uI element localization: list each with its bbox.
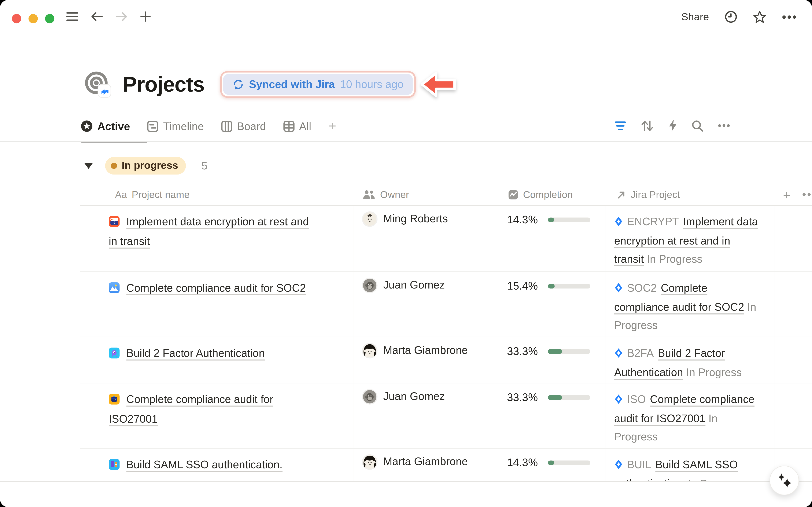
project-icon-alien <box>109 345 120 363</box>
owner-cell[interactable]: Juan Gomez <box>354 383 499 448</box>
project-name-link[interactable]: Build 2 Factor Authentication <box>126 347 265 359</box>
column-header-owner[interactable]: Owner <box>354 189 499 201</box>
jira-cell[interactable]: ISO Complete compliance audit for ISO270… <box>605 383 774 448</box>
jira-issue-status: In Progress <box>688 477 744 481</box>
table-icon <box>283 120 295 132</box>
table-row: Complete compliance audit for SOC2 Juan … <box>80 272 812 337</box>
jira-issue-key: BUIL <box>627 458 651 470</box>
project-name-link[interactable]: Complete compliance audit for ISO27001 <box>109 393 273 425</box>
share-button[interactable]: Share <box>681 11 709 22</box>
jira-cell[interactable]: SOC2 Complete compliance audit for SOC2 … <box>605 272 774 337</box>
table-header-row: Aa Project name Owner Completion Jira P <box>80 184 812 206</box>
project-icon-mountains <box>109 280 120 298</box>
synced-with-jira-button[interactable]: Synced with Jira 10 hours ago <box>223 74 413 95</box>
sync-status-label: Synced with Jira <box>249 78 335 91</box>
page-icon-target-jira[interactable] <box>84 71 111 98</box>
owner-name: Juan Gomez <box>383 390 445 403</box>
timeline-icon <box>147 120 159 132</box>
completion-percent: 14.3% <box>507 213 548 226</box>
completion-bar <box>548 460 590 465</box>
minimize-window-button[interactable] <box>28 14 38 23</box>
completion-percent: 33.3% <box>507 391 548 404</box>
tab-board[interactable]: Board <box>221 120 266 132</box>
text-property-icon: Aa <box>115 189 127 201</box>
jira-cell[interactable]: B2FA Build 2 Factor Authentication In Pr… <box>605 337 774 383</box>
more-options-icon[interactable] <box>782 15 797 19</box>
zoom-window-button[interactable] <box>45 14 54 23</box>
completion-cell[interactable]: 33.3% <box>499 383 605 404</box>
project-name-link[interactable]: Implement data encryption at rest and in… <box>109 216 309 247</box>
project-icon-wallet <box>109 392 120 410</box>
tab-active[interactable]: Active <box>81 120 130 132</box>
view-options-icon[interactable] <box>718 124 730 127</box>
column-header-project-name[interactable]: Aa Project name <box>80 189 354 201</box>
close-window-button[interactable] <box>12 14 21 23</box>
column-header-jira-project[interactable]: Jira Project <box>605 189 774 201</box>
completion-cell[interactable]: 15.4% <box>499 272 605 292</box>
jira-issue-key: B2FA <box>627 347 654 359</box>
owner-cell[interactable]: Marta Giambrone <box>354 449 499 481</box>
collapse-group-toggle[interactable] <box>84 163 92 169</box>
owner-cell[interactable]: Marta Giambrone <box>354 337 499 383</box>
external-arrow-icon <box>616 190 626 200</box>
empty-cell <box>775 337 812 383</box>
tab-label: Timeline <box>163 120 204 132</box>
jira-cell[interactable]: ENCRYPT Implement data encryption at res… <box>605 206 774 271</box>
ai-assistant-button[interactable] <box>769 466 799 495</box>
menu-icon[interactable] <box>66 11 78 22</box>
owner-name: Marta Giambrone <box>383 455 468 468</box>
annotation-arrow-icon <box>420 69 457 99</box>
jira-issue-key: ENCRYPT <box>627 216 679 227</box>
forward-arrow-icon[interactable] <box>116 11 128 22</box>
completion-bar <box>548 349 590 353</box>
content-bottom-divider <box>0 481 812 482</box>
board-icon <box>221 120 232 132</box>
back-arrow-icon[interactable] <box>91 11 103 22</box>
owner-cell[interactable]: Ming Roberts <box>354 206 499 271</box>
completion-percent: 14.3% <box>507 456 548 469</box>
table-options-icon[interactable]: ••• <box>802 188 812 202</box>
group-count: 5 <box>201 160 207 172</box>
completion-bar-fill <box>548 217 554 222</box>
star-circle-icon <box>81 120 92 132</box>
completion-bar <box>548 395 590 400</box>
history-clock-icon[interactable] <box>725 10 737 23</box>
chart-icon <box>508 189 518 200</box>
new-tab-icon[interactable] <box>140 11 151 22</box>
completion-bar <box>548 217 590 222</box>
table-body: Implement data encryption at rest and in… <box>80 206 812 481</box>
tab-timeline[interactable]: Timeline <box>147 120 204 132</box>
view-tabs-bar: Active Timeline Board All + <box>0 115 812 142</box>
tab-all[interactable]: All <box>283 120 311 132</box>
completion-bar-fill <box>548 349 562 353</box>
completion-cell[interactable]: 14.3% <box>499 449 605 469</box>
jira-issue-icon <box>614 213 623 232</box>
group-status-label: In progress <box>122 160 178 171</box>
completion-percent: 33.3% <box>507 345 548 357</box>
add-view-button[interactable]: + <box>328 118 336 134</box>
owner-cell[interactable]: Juan Gomez <box>354 272 499 337</box>
add-property-button[interactable]: + <box>783 187 791 202</box>
search-icon[interactable] <box>691 119 704 132</box>
people-icon <box>363 189 375 200</box>
avatar <box>363 455 377 469</box>
completion-cell[interactable]: 14.3% <box>499 206 605 226</box>
group-status-badge[interactable]: In progress <box>105 157 186 174</box>
table-row: Build 2 Factor Authentication Marta Giam… <box>80 337 812 383</box>
project-name-link[interactable]: Build SAML SSO authentication. <box>126 458 283 470</box>
jira-issue-key: ISO <box>627 393 646 405</box>
jira-cell[interactable]: BUIL Build SAML SSO authentication. In P… <box>605 449 774 481</box>
column-header-completion[interactable]: Completion <box>499 189 605 201</box>
empty-cell <box>775 272 812 337</box>
tab-label: All <box>299 120 311 132</box>
completion-cell[interactable]: 33.3% <box>499 337 605 357</box>
sparkles-icon <box>775 472 793 489</box>
owner-name: Marta Giambrone <box>383 343 468 357</box>
sort-icon[interactable] <box>640 119 654 132</box>
project-name-link[interactable]: Complete compliance audit for SOC2 <box>126 282 306 294</box>
owner-name: Juan Gomez <box>383 278 445 292</box>
favorite-star-icon[interactable] <box>753 10 766 23</box>
automations-lightning-icon[interactable] <box>668 119 677 132</box>
avatar <box>363 212 377 226</box>
filter-icon[interactable] <box>614 120 627 131</box>
